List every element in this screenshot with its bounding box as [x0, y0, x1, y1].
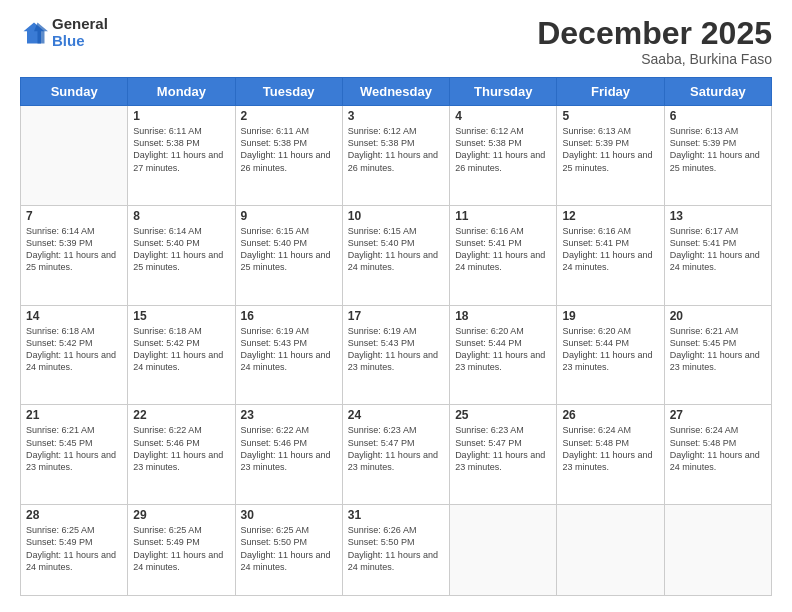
cell-day-number: 18	[455, 309, 551, 323]
calendar-cell: 4Sunrise: 6:12 AM Sunset: 5:38 PM Daylig…	[450, 106, 557, 206]
calendar-cell: 31Sunrise: 6:26 AM Sunset: 5:50 PM Dayli…	[342, 505, 449, 596]
calendar-cell: 27Sunrise: 6:24 AM Sunset: 5:48 PM Dayli…	[664, 405, 771, 505]
calendar-cell: 25Sunrise: 6:23 AM Sunset: 5:47 PM Dayli…	[450, 405, 557, 505]
calendar-cell	[21, 106, 128, 206]
cell-day-number: 17	[348, 309, 444, 323]
logo-blue-text: Blue	[52, 33, 108, 50]
cell-day-number: 29	[133, 508, 229, 522]
day-header-monday: Monday	[128, 78, 235, 106]
cell-sun-info: Sunrise: 6:18 AM Sunset: 5:42 PM Dayligh…	[26, 325, 122, 374]
day-header-sunday: Sunday	[21, 78, 128, 106]
calendar-cell: 9Sunrise: 6:15 AM Sunset: 5:40 PM Daylig…	[235, 205, 342, 305]
location-subtitle: Saaba, Burkina Faso	[537, 51, 772, 67]
cell-sun-info: Sunrise: 6:24 AM Sunset: 5:48 PM Dayligh…	[562, 424, 658, 473]
cell-day-number: 19	[562, 309, 658, 323]
cell-sun-info: Sunrise: 6:11 AM Sunset: 5:38 PM Dayligh…	[241, 125, 337, 174]
cell-day-number: 15	[133, 309, 229, 323]
cell-sun-info: Sunrise: 6:16 AM Sunset: 5:41 PM Dayligh…	[455, 225, 551, 274]
cell-day-number: 11	[455, 209, 551, 223]
calendar-cell: 23Sunrise: 6:22 AM Sunset: 5:46 PM Dayli…	[235, 405, 342, 505]
month-title: December 2025	[537, 16, 772, 51]
day-header-friday: Friday	[557, 78, 664, 106]
cell-sun-info: Sunrise: 6:19 AM Sunset: 5:43 PM Dayligh…	[348, 325, 444, 374]
cell-day-number: 14	[26, 309, 122, 323]
calendar-cell: 19Sunrise: 6:20 AM Sunset: 5:44 PM Dayli…	[557, 305, 664, 405]
calendar-cell: 24Sunrise: 6:23 AM Sunset: 5:47 PM Dayli…	[342, 405, 449, 505]
cell-sun-info: Sunrise: 6:19 AM Sunset: 5:43 PM Dayligh…	[241, 325, 337, 374]
cell-sun-info: Sunrise: 6:18 AM Sunset: 5:42 PM Dayligh…	[133, 325, 229, 374]
calendar-cell: 29Sunrise: 6:25 AM Sunset: 5:49 PM Dayli…	[128, 505, 235, 596]
cell-sun-info: Sunrise: 6:25 AM Sunset: 5:50 PM Dayligh…	[241, 524, 337, 573]
calendar-week-5: 28Sunrise: 6:25 AM Sunset: 5:49 PM Dayli…	[21, 505, 772, 596]
cell-day-number: 24	[348, 408, 444, 422]
cell-sun-info: Sunrise: 6:25 AM Sunset: 5:49 PM Dayligh…	[26, 524, 122, 573]
cell-day-number: 2	[241, 109, 337, 123]
cell-day-number: 25	[455, 408, 551, 422]
cell-day-number: 16	[241, 309, 337, 323]
day-header-wednesday: Wednesday	[342, 78, 449, 106]
cell-sun-info: Sunrise: 6:13 AM Sunset: 5:39 PM Dayligh…	[562, 125, 658, 174]
cell-sun-info: Sunrise: 6:15 AM Sunset: 5:40 PM Dayligh…	[241, 225, 337, 274]
cell-day-number: 7	[26, 209, 122, 223]
calendar-cell	[664, 505, 771, 596]
cell-sun-info: Sunrise: 6:12 AM Sunset: 5:38 PM Dayligh…	[455, 125, 551, 174]
calendar-cell: 2Sunrise: 6:11 AM Sunset: 5:38 PM Daylig…	[235, 106, 342, 206]
calendar-cell: 30Sunrise: 6:25 AM Sunset: 5:50 PM Dayli…	[235, 505, 342, 596]
calendar-cell: 6Sunrise: 6:13 AM Sunset: 5:39 PM Daylig…	[664, 106, 771, 206]
calendar-cell: 17Sunrise: 6:19 AM Sunset: 5:43 PM Dayli…	[342, 305, 449, 405]
calendar-cell: 14Sunrise: 6:18 AM Sunset: 5:42 PM Dayli…	[21, 305, 128, 405]
cell-day-number: 12	[562, 209, 658, 223]
cell-day-number: 20	[670, 309, 766, 323]
calendar-cell: 28Sunrise: 6:25 AM Sunset: 5:49 PM Dayli…	[21, 505, 128, 596]
cell-sun-info: Sunrise: 6:15 AM Sunset: 5:40 PM Dayligh…	[348, 225, 444, 274]
cell-sun-info: Sunrise: 6:12 AM Sunset: 5:38 PM Dayligh…	[348, 125, 444, 174]
cell-sun-info: Sunrise: 6:22 AM Sunset: 5:46 PM Dayligh…	[241, 424, 337, 473]
calendar-cell: 18Sunrise: 6:20 AM Sunset: 5:44 PM Dayli…	[450, 305, 557, 405]
title-area: December 2025 Saaba, Burkina Faso	[537, 16, 772, 67]
header: General Blue December 2025 Saaba, Burkin…	[20, 16, 772, 67]
calendar-cell: 7Sunrise: 6:14 AM Sunset: 5:39 PM Daylig…	[21, 205, 128, 305]
calendar-week-1: 1Sunrise: 6:11 AM Sunset: 5:38 PM Daylig…	[21, 106, 772, 206]
calendar-table: SundayMondayTuesdayWednesdayThursdayFrid…	[20, 77, 772, 596]
day-header-thursday: Thursday	[450, 78, 557, 106]
logo: General Blue	[20, 16, 108, 49]
logo-text: General Blue	[52, 16, 108, 49]
cell-day-number: 9	[241, 209, 337, 223]
cell-day-number: 3	[348, 109, 444, 123]
calendar-cell: 22Sunrise: 6:22 AM Sunset: 5:46 PM Dayli…	[128, 405, 235, 505]
cell-sun-info: Sunrise: 6:20 AM Sunset: 5:44 PM Dayligh…	[455, 325, 551, 374]
calendar-week-4: 21Sunrise: 6:21 AM Sunset: 5:45 PM Dayli…	[21, 405, 772, 505]
cell-sun-info: Sunrise: 6:21 AM Sunset: 5:45 PM Dayligh…	[26, 424, 122, 473]
cell-sun-info: Sunrise: 6:25 AM Sunset: 5:49 PM Dayligh…	[133, 524, 229, 573]
cell-sun-info: Sunrise: 6:20 AM Sunset: 5:44 PM Dayligh…	[562, 325, 658, 374]
cell-day-number: 30	[241, 508, 337, 522]
logo-general-text: General	[52, 16, 108, 33]
day-header-saturday: Saturday	[664, 78, 771, 106]
cell-sun-info: Sunrise: 6:13 AM Sunset: 5:39 PM Dayligh…	[670, 125, 766, 174]
cell-day-number: 26	[562, 408, 658, 422]
cell-sun-info: Sunrise: 6:23 AM Sunset: 5:47 PM Dayligh…	[348, 424, 444, 473]
cell-day-number: 27	[670, 408, 766, 422]
cell-day-number: 10	[348, 209, 444, 223]
cell-day-number: 8	[133, 209, 229, 223]
calendar-week-2: 7Sunrise: 6:14 AM Sunset: 5:39 PM Daylig…	[21, 205, 772, 305]
calendar-cell: 26Sunrise: 6:24 AM Sunset: 5:48 PM Dayli…	[557, 405, 664, 505]
cell-sun-info: Sunrise: 6:17 AM Sunset: 5:41 PM Dayligh…	[670, 225, 766, 274]
calendar-cell: 5Sunrise: 6:13 AM Sunset: 5:39 PM Daylig…	[557, 106, 664, 206]
cell-sun-info: Sunrise: 6:14 AM Sunset: 5:39 PM Dayligh…	[26, 225, 122, 274]
cell-day-number: 22	[133, 408, 229, 422]
cell-day-number: 23	[241, 408, 337, 422]
calendar-cell: 11Sunrise: 6:16 AM Sunset: 5:41 PM Dayli…	[450, 205, 557, 305]
calendar-cell: 21Sunrise: 6:21 AM Sunset: 5:45 PM Dayli…	[21, 405, 128, 505]
calendar-cell: 8Sunrise: 6:14 AM Sunset: 5:40 PM Daylig…	[128, 205, 235, 305]
calendar-cell	[450, 505, 557, 596]
calendar-cell: 15Sunrise: 6:18 AM Sunset: 5:42 PM Dayli…	[128, 305, 235, 405]
cell-day-number: 13	[670, 209, 766, 223]
day-header-tuesday: Tuesday	[235, 78, 342, 106]
cell-sun-info: Sunrise: 6:16 AM Sunset: 5:41 PM Dayligh…	[562, 225, 658, 274]
calendar-page: General Blue December 2025 Saaba, Burkin…	[0, 0, 792, 612]
cell-sun-info: Sunrise: 6:22 AM Sunset: 5:46 PM Dayligh…	[133, 424, 229, 473]
calendar-cell: 1Sunrise: 6:11 AM Sunset: 5:38 PM Daylig…	[128, 106, 235, 206]
cell-sun-info: Sunrise: 6:26 AM Sunset: 5:50 PM Dayligh…	[348, 524, 444, 573]
cell-day-number: 4	[455, 109, 551, 123]
